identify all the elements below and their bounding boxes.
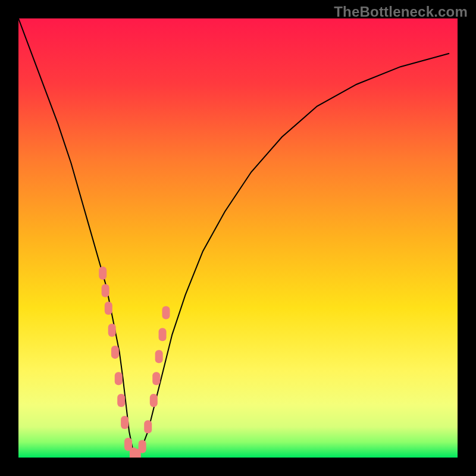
curve-marker — [111, 346, 119, 359]
bottleneck-curve — [18, 18, 449, 455]
curve-marker — [117, 394, 125, 407]
curve-marker — [115, 372, 123, 385]
curve-marker — [99, 267, 107, 280]
curve-marker — [152, 372, 160, 385]
curve-marker — [150, 394, 158, 407]
plot-area — [18, 18, 458, 458]
chart-frame: TheBottleneck.com — [0, 0, 476, 476]
watermark-text: TheBottleneck.com — [334, 4, 468, 20]
curve-marker — [159, 328, 167, 341]
curve-marker — [108, 324, 116, 337]
curve-marker — [139, 440, 146, 453]
curve-marker — [162, 306, 170, 319]
curve-marker — [121, 416, 129, 429]
curve-marker — [144, 420, 152, 433]
curve-marker — [102, 284, 109, 298]
curve-marker — [105, 302, 112, 315]
curve-marker — [155, 350, 163, 363]
chart-svg — [18, 18, 458, 458]
